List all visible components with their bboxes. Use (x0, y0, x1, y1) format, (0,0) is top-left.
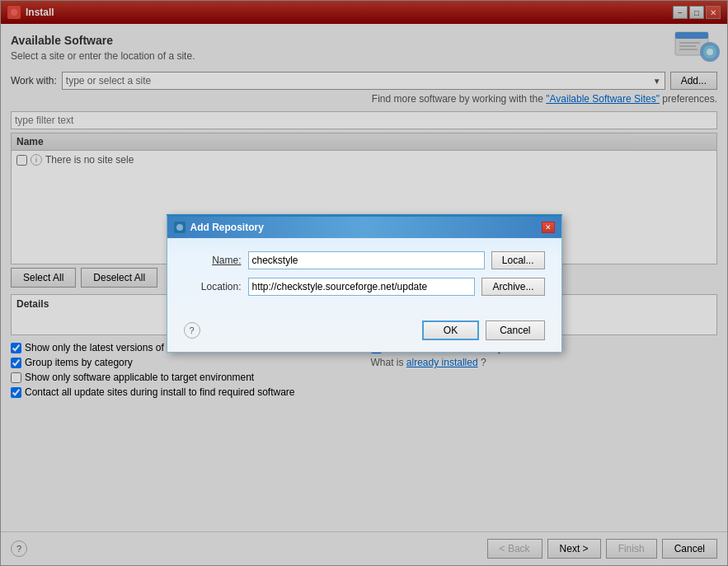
name-field-row: Name: Local... (184, 251, 545, 269)
location-input[interactable] (248, 278, 476, 296)
name-label: Name: (184, 255, 242, 266)
archive-button[interactable]: Archive... (481, 278, 544, 296)
location-label: Location: (184, 281, 242, 292)
location-field-row: Location: Archive... (184, 278, 545, 296)
modal-help-icon[interactable]: ? (184, 322, 200, 339)
modal-ok-button[interactable]: OK (422, 320, 479, 340)
modal-body: Name: Local... Location: Archive... (167, 238, 561, 314)
modal-title: Add Repository (190, 222, 264, 233)
modal-action-buttons: OK Cancel (422, 320, 545, 340)
modal-overlay: Add Repository ✕ Name: Local... Location… (0, 0, 728, 566)
local-button[interactable]: Local... (491, 251, 545, 269)
name-input[interactable] (248, 251, 485, 269)
svg-point-9 (176, 224, 183, 231)
modal-cancel-button[interactable]: Cancel (486, 320, 544, 340)
add-repository-dialog: Add Repository ✕ Name: Local... Location… (167, 214, 562, 353)
modal-footer: ? OK Cancel (167, 314, 561, 352)
modal-icon (174, 222, 186, 233)
modal-close-button[interactable]: ✕ (542, 222, 555, 233)
modal-title-bar: Add Repository ✕ (167, 217, 561, 238)
